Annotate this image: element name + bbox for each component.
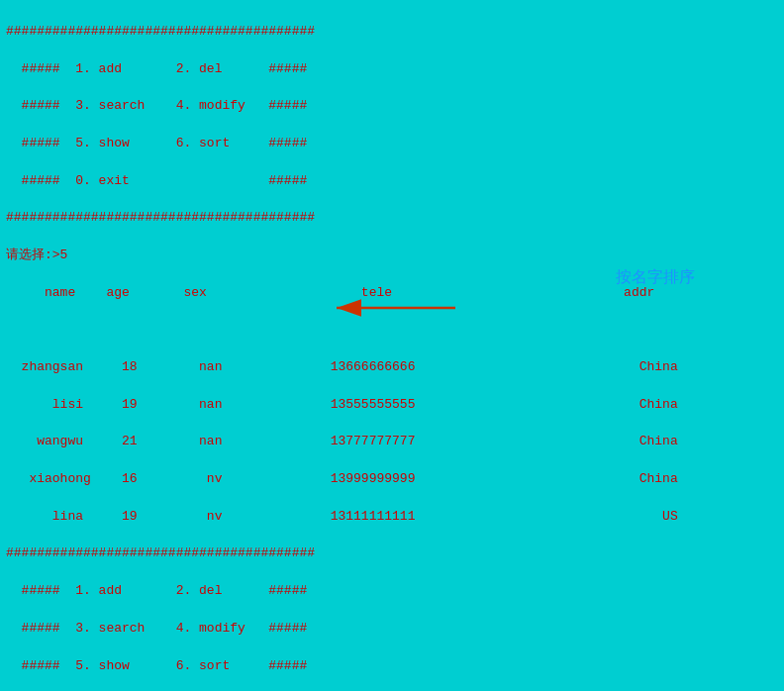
- row-1-4: xiaohong 16 nv 13999999999 China: [6, 470, 778, 489]
- row-1-1: zhangsan 18 nan 13666666666 China: [6, 358, 778, 377]
- border-line-2: ########################################: [6, 209, 778, 228]
- prompt-1: 请选择:>5: [6, 247, 778, 265]
- menu-line2: ##### 3. search 4. modify #####: [6, 97, 778, 116]
- arrow-icon: [327, 293, 465, 323]
- menu-line2-2: ##### 3. search 4. modify #####: [6, 620, 778, 639]
- row-1-2: lisi 19 nan 13555555555 China: [6, 396, 778, 415]
- menu-line3: ##### 5. show 6. sort #####: [6, 135, 778, 153]
- row-1-3: wangwu 21 nan 13777777777 China: [6, 433, 778, 451]
- annotation-label: 按名字排序: [616, 267, 695, 288]
- row-1-5: lina 19 nv 13111111111 US: [6, 508, 778, 527]
- border-line-3: ########################################: [6, 544, 778, 563]
- blank-1: [6, 321, 778, 340]
- terminal-output: ########################################…: [0, 0, 784, 691]
- menu-line1-2: ##### 1. add 2. del #####: [6, 582, 778, 601]
- border-line-1: ########################################: [6, 23, 778, 42]
- menu-line1: ##### 1. add 2. del #####: [6, 60, 778, 79]
- menu-line3-2: ##### 5. show 6. sort #####: [6, 657, 778, 676]
- menu-line4: ##### 0. exit #####: [6, 172, 778, 191]
